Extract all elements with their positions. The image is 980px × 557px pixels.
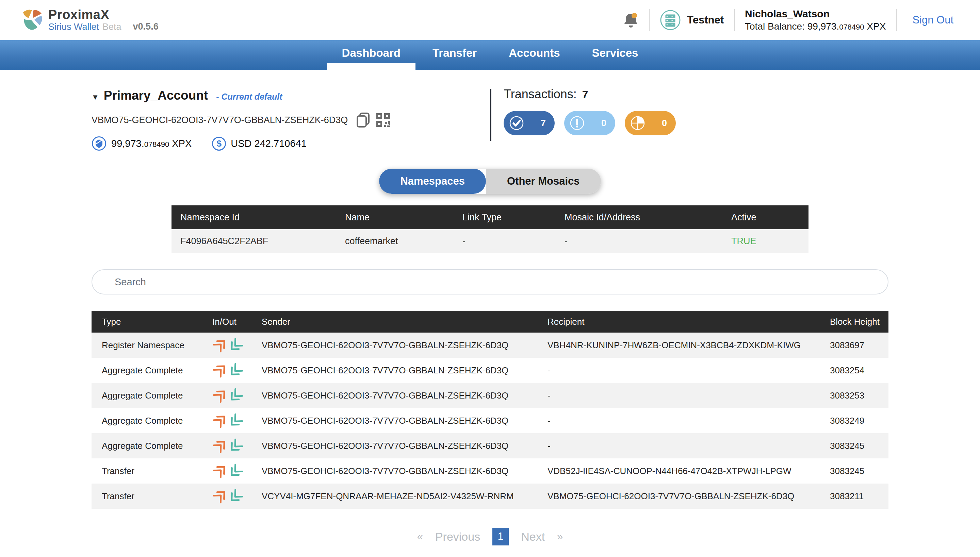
transaction-row[interactable]: Aggregate Complete VBMO75-GEOHCI-62OOI3-… xyxy=(91,433,889,458)
col-namespace-id: Namespace Id xyxy=(172,212,345,223)
tx-type: Transfer xyxy=(91,466,212,476)
incoming-arrow-icon xyxy=(228,388,243,403)
brand-beta: Beta xyxy=(103,22,121,32)
badge-partial[interactable]: 0 xyxy=(625,111,676,135)
tx-recipient: VBH4NR-KUNINP-7HW6ZB-OECMIN-X3BCB4-ZDXKD… xyxy=(547,340,830,350)
partial-circle-icon xyxy=(629,115,646,131)
next-page-button[interactable]: Next xyxy=(521,530,545,543)
incoming-arrow-icon xyxy=(228,488,243,504)
tx-sender: VBMO75-GEOHCI-62OOI3-7V7V7O-GBBALN-ZSEHZ… xyxy=(262,365,547,376)
transaction-row[interactable]: Register Namespace VBMO75-GEOHCI-62OOI3-… xyxy=(91,332,889,358)
tx-type: Aggregate Complete xyxy=(91,365,212,376)
tx-block-height: 3083211 xyxy=(830,491,889,502)
namespace-row[interactable]: F4096A645C2F2ABF coffeemarket - - TRUE xyxy=(172,229,808,253)
transaction-row[interactable]: Aggregate Complete VBMO75-GEOHCI-62OOI3-… xyxy=(91,358,889,383)
previous-page-button[interactable]: Previous xyxy=(435,530,480,543)
transactions-table: Type In/Out Sender Recipient Block Heigh… xyxy=(91,311,889,509)
badge-confirmed[interactable]: 7 xyxy=(504,111,555,135)
server-icon xyxy=(660,10,681,31)
tx-sender: VBMO75-GEOHCI-62OOI3-7V7V7O-GBBALN-ZSEHZ… xyxy=(262,415,547,426)
tx-block-height: 3083245 xyxy=(830,466,889,476)
tab-transfer[interactable]: Transfer xyxy=(429,40,480,70)
qr-code-icon[interactable] xyxy=(376,112,390,127)
tab-namespaces[interactable]: Namespaces xyxy=(379,169,486,194)
tab-accounts[interactable]: Accounts xyxy=(505,40,563,70)
namespace-active: TRUE xyxy=(731,236,808,246)
main-nav: Dashboard Transfer Accounts Services xyxy=(0,40,980,70)
outgoing-arrow-icon xyxy=(212,413,228,428)
badge-unconfirmed[interactable]: 0 xyxy=(564,111,615,135)
user-info: Nicholas_Watson Total Balance: 99,973.07… xyxy=(745,7,886,33)
transaction-row[interactable]: Transfer VBMO75-GEOHCI-62OOI3-7V7V7O-GBB… xyxy=(91,458,889,484)
tx-sender: VBMO75-GEOHCI-62OOI3-7V7V7O-GBBALN-ZSEHZ… xyxy=(262,466,547,476)
tx-recipient: VDB52J-IIE4SA-CUNOOP-N44H66-47O42B-XTPWJ… xyxy=(547,466,830,476)
tx-recipient: - xyxy=(547,415,830,426)
first-page-button[interactable]: « xyxy=(417,531,423,543)
tx-block-height: 3083697 xyxy=(830,340,889,350)
tx-type: Register Namespace xyxy=(91,340,212,350)
namespace-table: Namespace Id Name Link Type Mosaic Id/Ad… xyxy=(172,205,808,253)
tx-type: Aggregate Complete xyxy=(91,441,212,451)
account-default-tag: - Current default xyxy=(216,92,282,102)
caret-down-icon[interactable]: ▼ xyxy=(91,93,99,102)
col-link-type: Link Type xyxy=(462,212,565,223)
tx-type: Aggregate Complete xyxy=(91,415,212,426)
tx-sender: VBMO75-GEOHCI-62OOI3-7V7V7O-GBBALN-ZSEHZ… xyxy=(262,441,547,451)
col-active: Active xyxy=(731,212,808,223)
tx-block-height: 3083253 xyxy=(830,390,889,401)
tx-recipient: - xyxy=(547,390,830,401)
tab-dashboard[interactable]: Dashboard xyxy=(338,40,404,70)
col-type: Type xyxy=(91,317,212,327)
search-input[interactable] xyxy=(91,269,889,295)
outgoing-arrow-icon xyxy=(212,438,228,454)
notification-bell-icon[interactable] xyxy=(623,12,639,28)
header-divider xyxy=(649,9,650,31)
usd-balance: USD 242.710641 xyxy=(231,138,307,149)
namespace-name: coffeemarket xyxy=(345,236,462,246)
account-name: Primary_Account xyxy=(104,88,208,103)
network-selector[interactable]: Testnet xyxy=(660,10,724,31)
username: Nicholas_Watson xyxy=(745,7,886,20)
col-name: Name xyxy=(345,212,462,223)
incoming-arrow-icon xyxy=(228,438,243,454)
namespace-link-type: - xyxy=(462,236,565,246)
outgoing-arrow-icon xyxy=(212,363,228,378)
badge-count: 0 xyxy=(591,118,606,129)
transactions-table-header: Type In/Out Sender Recipient Block Heigh… xyxy=(91,311,889,332)
tx-sender: VCYV4I-MG7FEN-QNRAAR-MEHAZE-ND5AI2-V4325… xyxy=(262,491,547,502)
outgoing-arrow-icon xyxy=(212,488,228,504)
transactions-count: 7 xyxy=(582,88,588,101)
tx-type: Aggregate Complete xyxy=(91,390,212,401)
transaction-row[interactable]: Transfer VCYV4I-MG7FEN-QNRAAR-MEHAZE-ND5… xyxy=(91,484,889,509)
tx-sender: VBMO75-GEOHCI-62OOI3-7V7V7O-GBBALN-ZSEHZ… xyxy=(262,340,547,350)
namespace-mosaic: - xyxy=(565,236,731,246)
xpx-balance: 99,973.078490 XPX xyxy=(111,138,191,149)
network-label: Testnet xyxy=(687,14,724,26)
total-balance: Total Balance: 99,973.078490 XPX xyxy=(745,20,886,33)
last-page-button[interactable]: » xyxy=(557,531,563,543)
sign-out-button[interactable]: Sign Out xyxy=(907,14,959,26)
tx-block-height: 3083249 xyxy=(830,415,889,426)
copy-icon[interactable] xyxy=(356,112,370,128)
tab-other-mosaics[interactable]: Other Mosaics xyxy=(486,169,601,194)
outgoing-arrow-icon xyxy=(212,337,228,353)
transaction-row[interactable]: Aggregate Complete VBMO75-GEOHCI-62OOI3-… xyxy=(91,408,889,433)
tab-services[interactable]: Services xyxy=(589,40,642,70)
namespace-id: F4096A645C2F2ABF xyxy=(172,236,345,246)
col-block-height: Block Height xyxy=(830,317,889,327)
incoming-arrow-icon xyxy=(228,337,243,353)
brand-name: ProximaX xyxy=(48,8,121,22)
app-logo: ProximaX Sirius WalletBeta v0.5.6 xyxy=(21,8,158,32)
tx-recipient: - xyxy=(547,365,830,376)
badge-count: 0 xyxy=(652,118,667,129)
tx-recipient: VBMO75-GEOHCI-62OOI3-7V7V7O-GBBALN-ZSEHZ… xyxy=(547,491,830,502)
incoming-arrow-icon xyxy=(228,363,243,378)
col-recipient: Recipient xyxy=(547,317,830,327)
tx-sender: VBMO75-GEOHCI-62OOI3-7V7V7O-GBBALN-ZSEHZ… xyxy=(262,390,547,401)
header-divider xyxy=(734,9,735,31)
account-selector[interactable]: ▼ Primary_Account - Current default xyxy=(91,88,490,103)
transaction-row[interactable]: Aggregate Complete VBMO75-GEOHCI-62OOI3-… xyxy=(91,383,889,408)
pagination: « Previous 1 Next » xyxy=(91,528,889,546)
incoming-arrow-icon xyxy=(228,463,243,479)
current-page-button[interactable]: 1 xyxy=(492,528,509,546)
